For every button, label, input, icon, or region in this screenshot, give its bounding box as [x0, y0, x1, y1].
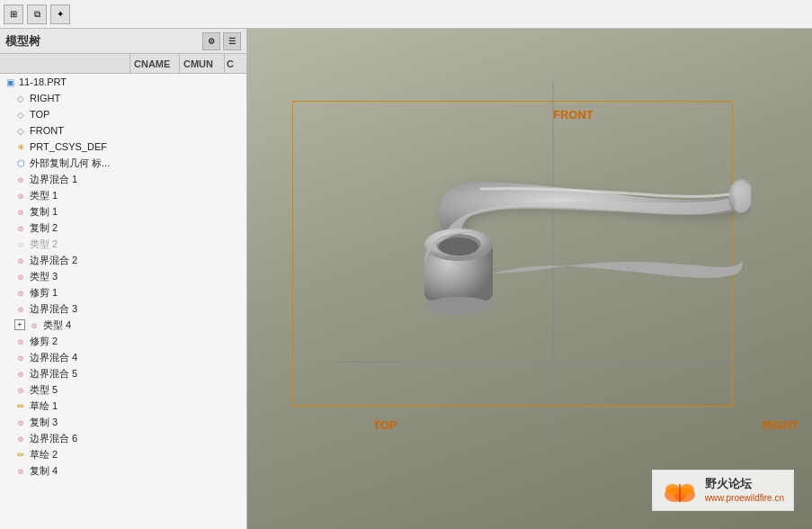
- tree-item-label: 草绘 1: [30, 399, 58, 413]
- tree-item-csys[interactable]: ✳ PRT_CSYS_DEF: [0, 139, 246, 155]
- tree-item-label: 复制 4: [30, 464, 58, 478]
- tree-item-label: 复制 1: [30, 205, 58, 219]
- type-icon4: ⌾: [28, 318, 40, 331]
- tree-item-label: 边界混合 2: [30, 254, 77, 267]
- tree-content[interactable]: ▣ 11-18.PRT ◇ RIGHT ◇ TOP ◇ FRONT ✳ PRT_…: [0, 74, 246, 529]
- tree-item-label: 复制 2: [30, 221, 58, 235]
- tree-item-sketch1[interactable]: ✏ 草绘 1: [0, 398, 246, 414]
- blend-icon2: ⌾: [14, 254, 27, 266]
- col-cname-header: CNAME: [130, 54, 180, 73]
- tree-item-label: 类型 3: [30, 270, 58, 283]
- top-label: TOP: [373, 418, 397, 432]
- sketch-icon: ✏: [14, 399, 27, 412]
- type-icon: ⌾: [14, 189, 27, 202]
- watermark-text-container: 野火论坛 www.proewildfire.cn: [705, 476, 784, 505]
- tree-item-type1[interactable]: ⌾ 类型 1: [0, 187, 246, 203]
- tree-item-copy3[interactable]: ⌾ 复制 3: [0, 414, 246, 430]
- tree-item-right[interactable]: ◇ RIGHT: [0, 90, 246, 106]
- type-icon2: ⌾: [14, 238, 27, 250]
- blend-icon6: ⌾: [14, 432, 27, 444]
- tree-item-type2[interactable]: ⌾ 类型 2: [0, 236, 246, 252]
- blend-icon: ⌾: [14, 173, 27, 185]
- tree-item-copy-geom[interactable]: ⬡ 外部复制几何 标...: [0, 155, 246, 171]
- part-icon: ▣: [4, 76, 16, 88]
- copy-icon3: ⌾: [14, 221, 27, 234]
- tree-item-label: 草绘 2: [30, 448, 58, 462]
- column-headers: CNAME CMUN C: [0, 54, 246, 74]
- tree-item-label: 类型 2: [30, 238, 58, 251]
- main-area: 模型树 ⚙ ☰ CNAME CMUN C ▣ 11-18.PRT ◇ RIGH: [0, 29, 812, 529]
- type-icon5: ⌾: [14, 383, 27, 396]
- blend-icon5: ⌾: [14, 367, 27, 380]
- tree-item-label: PRT_CSYS_DEF: [30, 141, 107, 152]
- tree-item-label: 修剪 1: [30, 286, 58, 300]
- tree-item-blend1[interactable]: ⌾ 边界混合 1: [0, 171, 246, 187]
- tree-item-blend2[interactable]: ⌾ 边界混合 2: [0, 252, 246, 268]
- tree-item-type5[interactable]: ⌾ 类型 5: [0, 381, 246, 398]
- model-tree-panel: 模型树 ⚙ ☰ CNAME CMUN C ▣ 11-18.PRT ◇ RIGH: [0, 29, 247, 529]
- plane-icon: ◇: [14, 92, 27, 104]
- watermark-logo-icon: [662, 477, 698, 504]
- tree-item-copy4[interactable]: ⌾ 复制 4: [0, 462, 246, 479]
- tree-item-trim2[interactable]: ⌾ 修剪 2: [0, 333, 246, 349]
- watermark: 野火论坛 www.proewildfire.cn: [652, 470, 794, 511]
- copy-icon4: ⌾: [14, 416, 27, 428]
- top-toolbar: ⊞ ⧉ ✦: [0, 0, 812, 29]
- tree-item-blend6[interactable]: ⌾ 边界混合 6: [0, 430, 246, 446]
- tree-item-type3[interactable]: ⌾ 类型 3: [0, 268, 246, 284]
- expand-type4[interactable]: +: [14, 319, 25, 330]
- tree-options-icon[interactable]: ☰: [223, 32, 241, 50]
- col-name-header: [0, 54, 130, 73]
- tree-item-copy1[interactable]: ⌾ 复制 1: [0, 203, 246, 220]
- tree-item-copy2[interactable]: ⌾ 复制 2: [0, 220, 246, 236]
- svg-point-11: [680, 484, 694, 495]
- svg-point-10: [665, 484, 680, 495]
- type-icon3: ⌾: [14, 270, 27, 282]
- svg-point-7: [424, 297, 493, 315]
- tree-item-label: RIGHT: [30, 93, 60, 103]
- tree-item-label: 类型 1: [30, 189, 58, 202]
- star-icon[interactable]: ✦: [50, 4, 70, 24]
- watermark-title: 野火论坛: [705, 476, 784, 492]
- tree-item-label: 修剪 2: [30, 335, 58, 348]
- right-label: RIGHT: [763, 418, 799, 432]
- tree-item-blend4[interactable]: ⌾ 边界混合 4: [0, 349, 246, 365]
- tree-item-label: 边界混合 5: [30, 367, 77, 381]
- tree-item-label: 类型 4: [43, 318, 71, 332]
- panel-header: 模型树 ⚙ ☰: [0, 29, 246, 54]
- tree-item-label: 11-18.PRT: [19, 76, 67, 87]
- tree-item-label: 复制 3: [30, 416, 58, 429]
- panel-title: 模型树: [5, 33, 40, 49]
- tree-item-front[interactable]: ◇ FRONT: [0, 122, 246, 139]
- model-tree-label: 模型树: [5, 33, 40, 49]
- col-c-header: C: [225, 54, 243, 73]
- grid-icon[interactable]: ⊞: [4, 4, 23, 24]
- plane-icon: ◇: [14, 108, 27, 121]
- 3d-viewport[interactable]: FRONT TOP RIGHT: [247, 29, 812, 529]
- copy-geom-icon: ⬡: [14, 157, 27, 169]
- trim-icon: ⌾: [14, 286, 27, 299]
- csys-icon: ✳: [14, 140, 27, 153]
- tree-item-label: 边界混合 3: [30, 302, 77, 316]
- plane-icon: ◇: [14, 124, 27, 137]
- sketch-icon2: ✏: [14, 448, 27, 461]
- watermark-url: www.proewildfire.cn: [705, 492, 784, 505]
- col-cmun-header: CMUN: [180, 54, 225, 73]
- tree-item-top[interactable]: ◇ TOP: [0, 106, 246, 122]
- tree-item-trim1[interactable]: ⌾ 修剪 1: [0, 284, 246, 300]
- blend-icon4: ⌾: [14, 351, 27, 363]
- tree-item-type4[interactable]: + ⌾ 类型 4: [0, 317, 246, 333]
- blend-icon3: ⌾: [14, 302, 27, 315]
- tree-item-blend3[interactable]: ⌾ 边界混合 3: [0, 300, 246, 317]
- tree-item-label: 外部复制几何 标...: [30, 157, 110, 170]
- copy-icon5: ⌾: [14, 464, 27, 477]
- tree-item-label: 边界混合 4: [30, 351, 77, 364]
- tree-item-label: FRONT: [30, 125, 64, 136]
- tree-settings-icon[interactable]: ⚙: [202, 32, 220, 50]
- tree-item-root[interactable]: ▣ 11-18.PRT: [0, 74, 246, 90]
- svg-point-5: [439, 238, 478, 256]
- panel-header-icons: ⚙ ☰: [202, 32, 241, 50]
- tree-item-blend5[interactable]: ⌾ 边界混合 5: [0, 365, 246, 381]
- tree-item-sketch2[interactable]: ✏ 草绘 2: [0, 446, 246, 462]
- copy-icon[interactable]: ⧉: [27, 4, 47, 24]
